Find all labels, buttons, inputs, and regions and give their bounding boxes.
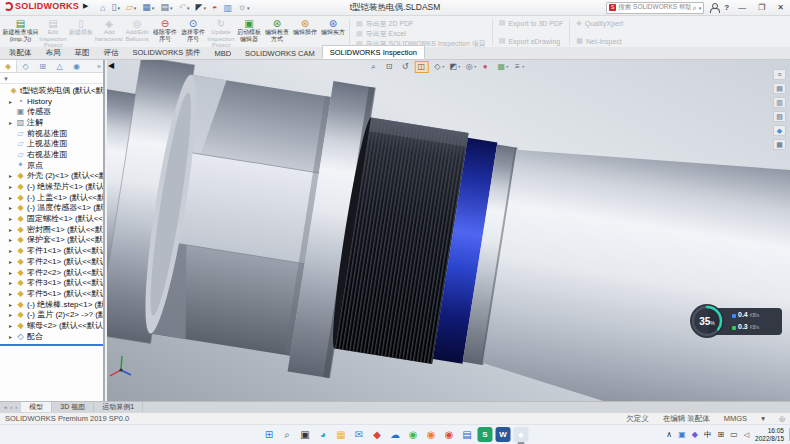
tree-item[interactable]: 零件3<1> (默认<<默认>_显示状态 [0, 277, 103, 288]
open-icon[interactable] [126, 1, 136, 14]
ribbon-tab[interactable]: SOLIDWORKS CAM [238, 47, 322, 59]
select-icon[interactable] [195, 1, 205, 14]
expand-caret-icon[interactable] [9, 98, 16, 105]
ribbon-tab[interactable]: SOLIDWORKS Inspection [322, 45, 425, 59]
restore-button[interactable]: ❐ [755, 1, 768, 14]
tree-item[interactable]: (-) 上盖<1> (默认<<默认>_显示状 [0, 192, 103, 203]
expand-caret-icon[interactable] [9, 226, 16, 233]
tag-icon[interactable]: ◎ [779, 415, 785, 423]
tree-item[interactable]: 右视基准面 [0, 149, 103, 160]
tree-item[interactable]: t型铠装热电偶 (默认<默认>_显示状态-1 [0, 85, 103, 96]
tree-item[interactable]: (-) 绝缘垫片<1> (默认<<默认>_显 [0, 181, 103, 192]
edit-appearance-icon[interactable] [478, 61, 492, 73]
edge-icon[interactable] [316, 427, 331, 442]
expand-caret-icon[interactable] [9, 311, 16, 318]
word-icon[interactable] [496, 427, 511, 442]
taskbar-clock[interactable]: 16:05 2022/8/15 [755, 427, 784, 442]
ribbon-button[interactable]: Edit Inspection Project [39, 17, 67, 47]
tree-item[interactable]: 上视基准面 [0, 138, 103, 149]
tree-item[interactable]: (-) 绝缘棒.step<1> (默认<<默认> [0, 299, 103, 310]
wechat-icon[interactable] [406, 427, 421, 442]
ribbon-menu-item[interactable]: Export to 3D PDF [499, 19, 563, 27]
tree-item[interactable]: 配合 [0, 331, 103, 342]
minimize-button[interactable]: — [735, 1, 749, 14]
tree-item[interactable]: 密封圈<1> (默认<<默认>_显示状 [0, 224, 103, 235]
panel-splitter[interactable] [0, 344, 103, 346]
tree-item[interactable]: 传感器 [0, 106, 103, 117]
ribbon-button[interactable]: 启动模板编辑器 [235, 17, 263, 47]
view-orientation-icon[interactable] [430, 61, 444, 73]
displaymanager-icon[interactable] [68, 60, 85, 72]
solidworks-icon[interactable] [514, 427, 529, 442]
custom-properties-icon[interactable] [773, 139, 786, 150]
mail-icon[interactable] [352, 427, 367, 442]
taskview-icon[interactable] [298, 427, 313, 442]
ribbon-button[interactable]: 编辑操作 [291, 17, 319, 47]
ribbon-button[interactable]: 新建检查项目 (imp.为) [2, 17, 39, 47]
ribbon-menu-item[interactable]: QualityXpert [576, 19, 623, 27]
dimxpert-icon[interactable] [51, 60, 68, 72]
tree-item[interactable]: (-) 盖片 (2)<2> ->? (默认<<默认> [0, 309, 103, 320]
expand-caret-icon[interactable] [9, 247, 16, 254]
ribbon-button[interactable]: 编辑实方 [319, 17, 347, 47]
home-icon[interactable] [100, 2, 105, 14]
brand-expand-arrow[interactable]: ▶ [83, 2, 88, 10]
resources-icon[interactable] [773, 69, 786, 80]
tree-item[interactable]: 外壳 (2)<1> (默认<<默认>_显示状 [0, 171, 103, 182]
ribbon-tab[interactable]: SOLIDWORKS 插件 [126, 46, 208, 59]
ribbon-menu-item[interactable]: Export eDrawing [499, 37, 563, 45]
ribbon-menu-item[interactable]: 导出至 2D PDF [356, 19, 486, 29]
new-icon[interactable] [111, 1, 119, 14]
help-button[interactable]: ? [724, 3, 729, 12]
expand-caret-icon[interactable] [9, 194, 16, 201]
tree-item[interactable]: 注解 [0, 117, 103, 128]
app-blue-icon[interactable] [678, 427, 686, 442]
expand-caret-icon[interactable] [9, 301, 16, 308]
store-icon[interactable] [370, 427, 385, 442]
ribbon-button[interactable]: Add/Edit Balloons [123, 17, 151, 47]
expand-caret-icon[interactable] [9, 204, 16, 211]
expand-caret-icon[interactable] [9, 183, 16, 190]
apply-scene-icon[interactable] [494, 61, 508, 73]
display-style-icon[interactable] [446, 61, 460, 73]
expand-caret-icon[interactable] [9, 269, 16, 276]
featuremanager-icon[interactable] [0, 60, 17, 72]
zoom-area-icon[interactable] [382, 61, 396, 73]
tree-item[interactable]: (-) 温度传感器<1> (默认<<默认>_ [0, 203, 103, 214]
propertymanager-icon[interactable] [17, 60, 34, 72]
units-dropdown-icon[interactable]: ▾ [761, 414, 765, 423]
expand-caret-icon[interactable] [9, 333, 16, 340]
hide-show-icon[interactable] [462, 61, 476, 73]
ribbon-button[interactable]: 编辑检查方式 [263, 17, 291, 47]
ribbon-tab[interactable]: 布局 [39, 46, 68, 59]
design-library-icon[interactable] [773, 83, 786, 94]
panel-tabs-overflow[interactable]: » [97, 60, 103, 72]
tab-nav-arrow[interactable]: › [15, 404, 17, 410]
books-icon[interactable] [460, 427, 475, 442]
close-button[interactable]: ✕ [774, 1, 787, 14]
search-icon[interactable]: ⌕ [693, 4, 697, 12]
expand-caret-icon[interactable] [9, 236, 16, 243]
graphics-viewport[interactable]: ◀ [107, 60, 790, 401]
performance-icon[interactable] [212, 2, 217, 14]
ribbon-button[interactable]: Add Characteristic [95, 17, 123, 47]
tab-nav-arrow[interactable]: « [4, 404, 7, 410]
firefox-icon[interactable] [424, 427, 439, 442]
expand-caret-icon[interactable] [9, 279, 16, 286]
search-dropdown-icon[interactable]: ▾ [699, 5, 702, 11]
document-tab[interactable]: 模型 [21, 402, 52, 412]
panel-collapse-arrow-icon[interactable]: ◀ [108, 62, 114, 70]
file-explorer-icon[interactable] [773, 97, 786, 108]
chevron-up-icon[interactable] [666, 427, 672, 442]
expand-caret-icon[interactable] [9, 322, 16, 329]
expand-caret-icon[interactable] [9, 215, 16, 222]
tree-filter-row[interactable] [0, 73, 103, 84]
search-icon[interactable] [280, 427, 295, 442]
tab-nav-arrow[interactable]: ‹ [10, 404, 12, 410]
configurations-icon[interactable] [34, 60, 51, 72]
document-tab[interactable]: 运动算例1 [94, 402, 143, 412]
tree-item[interactable]: History [0, 96, 103, 107]
tree-item[interactable]: 原点 [0, 160, 103, 171]
tree-item[interactable]: 螺母<2> (默认<<默认>_显示状态 [0, 320, 103, 331]
tree-item[interactable]: 零件2<1> (默认<<默认>_显示状态 [0, 256, 103, 267]
